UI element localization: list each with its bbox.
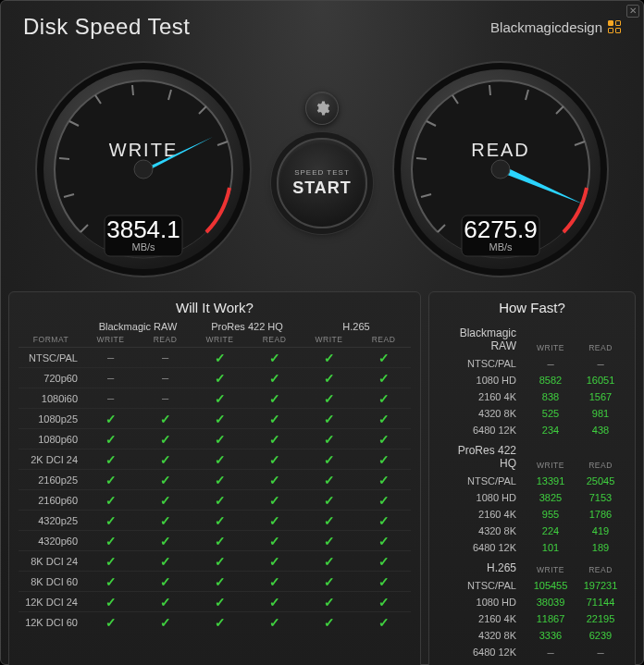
hf-resolution: 1080 HD <box>439 375 526 386</box>
check-icon: ✓ <box>105 615 117 630</box>
hf-resolution: NTSC/PAL <box>439 358 526 369</box>
check-icon: ✓ <box>324 493 335 508</box>
check-icon: ✓ <box>324 351 335 365</box>
header: Disk Speed Test Blackmagicdesign <box>1 1 643 40</box>
check-icon: ✓ <box>105 574 117 589</box>
brand-text: Blackmagicdesign <box>490 19 602 35</box>
hf-write-value: 3825 <box>526 492 576 503</box>
wiw-row: 8K DCI 60✓✓✓✓✓✓ <box>19 572 411 592</box>
hf-row: 4320 8K525981 <box>439 405 625 422</box>
format-label: 720p60 <box>19 373 83 384</box>
start-button[interactable]: SPEED TEST START <box>277 138 367 228</box>
wiw-row: 720p60––✓✓✓✓ <box>19 368 411 388</box>
check-icon: ✓ <box>378 554 390 569</box>
check-icon: ✓ <box>215 351 226 365</box>
check-icon: ✓ <box>378 615 390 630</box>
check-icon: ✓ <box>215 371 226 386</box>
check-icon: ✓ <box>215 615 226 630</box>
hf-row: 4320 8K224419 <box>439 523 625 539</box>
check-icon: ✓ <box>324 391 335 406</box>
how-fast-panel: How Fast? Blackmagic RAWWRITEREADNTSC/PA… <box>428 291 636 665</box>
check-icon: ✓ <box>269 513 280 528</box>
wiw-row: 4320p25✓✓✓✓✓✓ <box>19 511 411 531</box>
hf-codec-label: ProRes 422 HQ <box>439 444 526 470</box>
format-label: 2160p25 <box>19 474 83 486</box>
wiw-row: 2K DCI 24✓✓✓✓✓✓ <box>19 449 411 470</box>
check-icon: ✓ <box>324 371 335 386</box>
close-button[interactable]: ✕ <box>626 5 639 18</box>
hf-write-value: 11867 <box>526 613 576 624</box>
hf-write-value: – <box>526 357 576 371</box>
hf-resolution: 6480 12K <box>439 425 526 436</box>
hf-read-value: 1567 <box>576 391 625 402</box>
check-icon: ✓ <box>324 534 335 548</box>
hf-resolution: 1080 HD <box>439 492 526 503</box>
check-icon: ✓ <box>324 473 335 487</box>
format-label: 1080p25 <box>19 413 83 425</box>
read-unit: MB/s <box>489 241 513 252</box>
read-gauge: READ 6275.9 MB/s <box>390 58 612 280</box>
hf-row: NTSC/PAL1339125045 <box>439 473 625 489</box>
dash-icon: – <box>162 351 168 364</box>
codec-header-2: H.265 <box>302 321 411 335</box>
check-icon: ✓ <box>378 351 390 365</box>
check-icon: ✓ <box>269 412 280 426</box>
check-icon: ✓ <box>215 432 226 447</box>
check-icon: ✓ <box>215 574 226 589</box>
hf-resolution: NTSC/PAL <box>439 475 526 486</box>
hf-read-value: 438 <box>576 425 625 436</box>
hf-read-value: 25045 <box>576 475 625 486</box>
format-label: 1080p60 <box>19 434 83 445</box>
brand-logo: Blackmagicdesign <box>490 19 621 35</box>
hf-read-value: 1786 <box>576 509 625 520</box>
write-gauge-label: WRITE <box>109 140 178 160</box>
hf-write-value: 838 <box>526 391 576 402</box>
check-icon: ✓ <box>105 412 117 426</box>
check-icon: ✓ <box>269 432 280 447</box>
hf-write-value: 8582 <box>526 375 576 386</box>
hf-row: 1080 HD3803971144 <box>439 594 625 610</box>
hf-codec-label: Blackmagic RAW <box>439 326 526 352</box>
hf-row: 4320 8K33366239 <box>439 627 625 644</box>
hf-resolution: 2160 4K <box>439 613 526 624</box>
dash-icon: – <box>107 351 114 364</box>
hf-read-value: 22195 <box>576 613 625 624</box>
check-icon: ✓ <box>105 473 117 487</box>
check-icon: ✓ <box>160 595 171 610</box>
hf-row: 2160 4K9551786 <box>439 506 625 523</box>
hf-resolution: 1080 HD <box>439 597 526 608</box>
format-label: 8K DCI 24 <box>19 556 83 567</box>
svg-line-8 <box>132 85 133 95</box>
hf-write-value: 13391 <box>526 475 576 486</box>
check-icon: ✓ <box>160 493 171 508</box>
check-icon: ✓ <box>215 452 226 467</box>
check-icon: ✓ <box>105 493 117 508</box>
check-icon: ✓ <box>378 371 390 386</box>
check-icon: ✓ <box>269 351 280 365</box>
svg-line-20 <box>416 158 427 159</box>
gauges-row: WRITE 3854.1 MB/s SPEED TEST START <box>1 40 643 280</box>
hf-row: NTSC/PAL105455197231 <box>439 577 625 594</box>
check-icon: ✓ <box>160 534 171 548</box>
settings-button[interactable] <box>305 92 339 125</box>
format-label: 2160p60 <box>19 495 83 506</box>
format-label: 12K DCI 60 <box>19 617 83 628</box>
format-header: FORMAT <box>19 335 83 344</box>
hf-write-value: 101 <box>526 542 576 553</box>
check-icon: ✓ <box>269 452 280 467</box>
codec-header-1: ProRes 422 HQ <box>192 321 302 335</box>
start-text: START <box>292 179 352 198</box>
check-icon: ✓ <box>105 534 117 548</box>
hf-row: 6480 12K–– <box>439 644 625 660</box>
dash-icon: – <box>107 371 114 385</box>
check-icon: ✓ <box>324 554 335 569</box>
check-icon: ✓ <box>324 595 335 610</box>
svg-line-5 <box>59 158 69 159</box>
read-gauge-label: READ <box>471 140 530 160</box>
format-label: 2K DCI 24 <box>19 454 83 465</box>
wiw-row: 1080i60––✓✓✓✓ <box>19 388 411 409</box>
check-icon: ✓ <box>215 493 226 508</box>
hf-read-value: 197231 <box>576 580 625 591</box>
check-icon: ✓ <box>215 513 226 528</box>
svg-point-13 <box>134 160 153 179</box>
